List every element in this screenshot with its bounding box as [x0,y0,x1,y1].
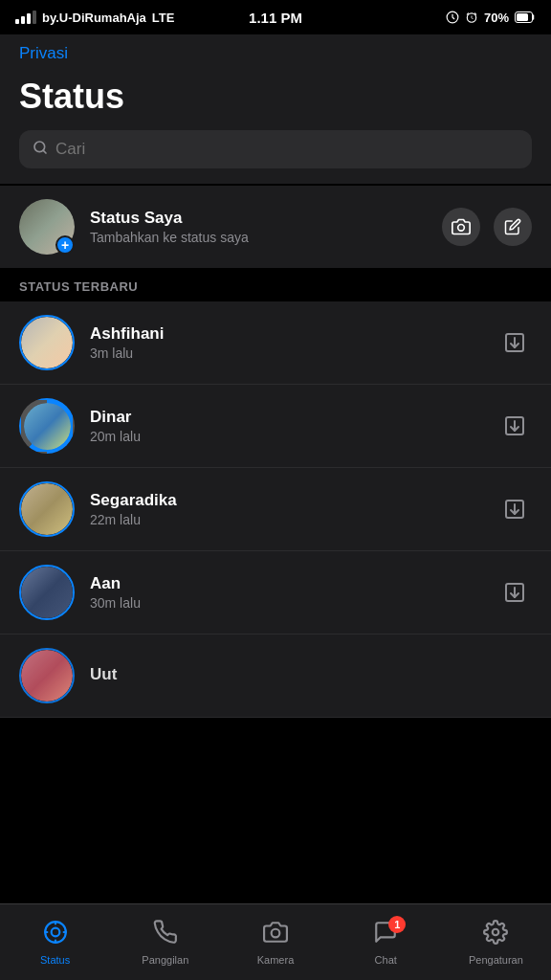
contact-name: Aan [90,574,482,593]
search-bar[interactable] [19,130,532,168]
contact-avatar-dinar [19,398,75,454]
svg-line-5 [43,150,46,153]
contact-info-ashfihani: Ashfihani 3m lalu [90,324,482,361]
nav-item-status[interactable]: Status [0,912,110,973]
contact-avatar-uut [19,648,75,703]
status-bar-right: 70% [446,11,536,25]
network-label: LTE [152,11,175,25]
contact-info-aan: Aan 30m lalu [90,574,482,611]
status-nav-label: Status [40,954,70,966]
contact-name: Uut [90,665,532,684]
phone-nav-icon [153,920,178,950]
carrier-label: by.U-DiRumahAja [42,11,146,25]
camera-button[interactable] [442,208,480,246]
pengaturan-nav-label: Pengaturan [469,954,523,966]
my-status-info: Status Saya Tambahkan ke status saya [90,209,427,245]
download-button-dinar[interactable] [497,409,532,443]
nav-item-pengaturan[interactable]: Pengaturan [441,912,551,973]
contact-time: 20m lalu [90,429,482,444]
status-bar: by.U-DiRumahAja LTE 1.11 PM 70% [0,0,551,34]
contact-info-segaradika: Segaradika 22m lalu [90,491,482,527]
download-button-ashfihani[interactable] [497,325,532,360]
time-label: 1.11 PM [249,10,302,26]
privacy-link[interactable]: Privasi [19,34,532,73]
list-item[interactable]: Ashfihani 3m lalu [0,301,551,385]
my-status-section[interactable]: + Status Saya Tambahkan ke status saya [0,186,551,268]
download-button-segaradika[interactable] [497,492,532,526]
nav-item-kamera[interactable]: Kamera [220,912,330,973]
contact-name: Ashfihani [90,324,482,344]
status-bar-left: by.U-DiRumahAja LTE [15,11,174,25]
svg-point-16 [51,927,59,936]
svg-point-17 [272,928,280,937]
list-item[interactable]: Uut [0,635,551,718]
contact-name: Dinar [90,408,482,427]
signal-icon [15,11,36,24]
list-item[interactable]: Aan 30m lalu [0,551,551,635]
bottom-nav: Status Panggilan Kamera 1 Chat [0,903,551,980]
list-item[interactable]: Dinar 20m lalu [0,385,551,468]
svg-point-6 [458,225,465,232]
my-status-actions [442,208,532,246]
contact-avatar-ashfihani [19,315,75,370]
battery-icon [515,11,536,23]
chat-nav-icon: 1 [373,920,398,950]
search-input[interactable] [55,140,518,159]
panggilan-nav-label: Panggilan [142,954,188,966]
status-list: Ashfihani 3m lalu Dinar 20m lalu [0,301,551,718]
chat-nav-label: Chat [375,954,397,966]
battery-label: 70% [484,11,509,25]
header: Privasi Status [0,34,551,184]
contact-avatar-segaradika [19,481,75,537]
svg-rect-3 [517,13,528,21]
my-status-avatar-wrap: + [19,199,75,255]
contact-avatar-aan [19,565,75,620]
edit-button[interactable] [494,208,532,246]
clock-icon [446,11,459,24]
svg-point-18 [493,928,499,935]
section-header: STATUS TERBARU [0,268,551,301]
page-title: Status [19,73,532,117]
nav-item-panggilan[interactable]: Panggilan [110,912,220,973]
nav-item-chat[interactable]: 1 Chat [331,912,441,973]
contact-time: 30m lalu [90,595,482,611]
settings-nav-icon [483,920,508,950]
kamera-nav-label: Kamera [257,954,295,966]
alarm-icon [465,11,478,24]
contact-name: Segaradika [90,491,482,510]
status-nav-icon [43,920,68,950]
chat-badge: 1 [388,916,406,933]
contact-info-uut: Uut [90,665,532,686]
contact-time: 22m lalu [90,512,482,527]
add-status-badge[interactable]: + [55,235,75,255]
camera-nav-icon [263,920,288,950]
search-icon [33,140,48,159]
my-status-name: Status Saya [90,209,427,228]
list-item[interactable]: Segaradika 22m lalu [0,468,551,551]
contact-time: 3m lalu [90,345,482,361]
contact-info-dinar: Dinar 20m lalu [90,408,482,444]
download-button-aan[interactable] [497,575,532,610]
my-status-subtitle: Tambahkan ke status saya [90,230,427,245]
